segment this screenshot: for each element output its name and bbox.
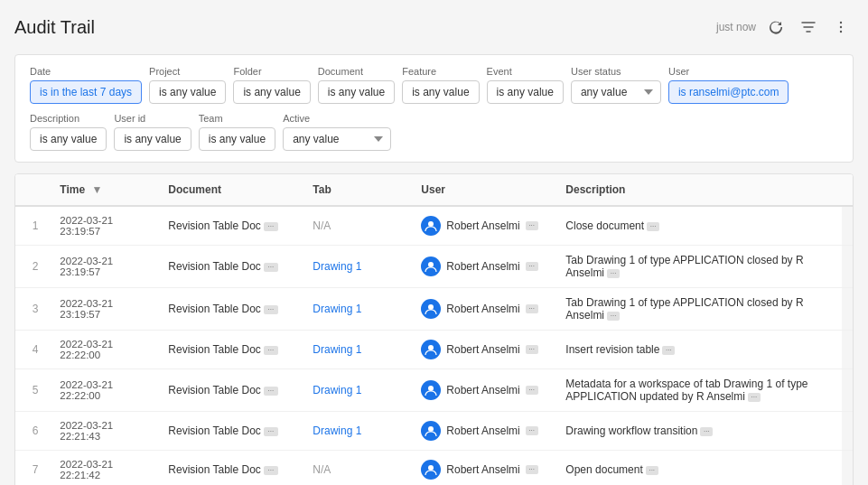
cell-row-num: 4 [15, 331, 49, 369]
svg-point-6 [428, 345, 434, 350]
filter-chip-user-id[interactable]: is any value [114, 127, 191, 151]
more-options-button[interactable] [828, 14, 854, 40]
scrollbar-spacer [842, 206, 853, 246]
filter-chip-description[interactable]: is any value [30, 127, 107, 151]
cell-time: 2022-03-21 22:21:42 [49, 451, 157, 486]
table-row: 22022-03-21 23:19:57Revision Table Doc··… [15, 246, 853, 288]
refresh-button[interactable] [763, 14, 789, 40]
cell-document: Revision Table Doc··· [157, 206, 302, 246]
filter-group-event: Event is any value [487, 66, 564, 104]
filter-row-2: Description is any value User id is any … [30, 113, 838, 151]
audit-table: Time ▼ Document Tab User Description 120… [15, 174, 853, 485]
cell-document: Revision Table Doc··· [157, 369, 302, 412]
cell-tab[interactable]: Drawing 1 [302, 369, 410, 412]
svg-point-3 [428, 221, 434, 227]
page-title: Audit Trail [14, 17, 716, 38]
filter-chip-folder[interactable]: is any value [233, 80, 310, 104]
cell-user: Robert Anselmi ··· [410, 246, 555, 288]
cell-time: 2022-03-21 23:19:57 [49, 246, 157, 288]
filter-chip-project[interactable]: is any value [149, 80, 226, 104]
table-row: 32022-03-21 23:19:57Revision Table Doc··… [15, 288, 853, 331]
table-row: 52022-03-21 22:22:00Revision Table Doc··… [15, 369, 853, 412]
cell-row-num: 6 [15, 412, 49, 451]
cell-tab[interactable]: Drawing 1 [302, 288, 410, 331]
scrollbar-col [842, 174, 853, 206]
filter-chip-event[interactable]: is any value [487, 80, 564, 104]
scrollbar-spacer [842, 412, 853, 451]
col-header-document: Document [157, 174, 302, 206]
cell-user: Robert Anselmi ··· [410, 206, 555, 246]
filter-chip-team[interactable]: is any value [199, 127, 275, 151]
avatar [421, 340, 441, 359]
cell-user: Robert Anselmi ··· [410, 331, 555, 369]
col-header-tab: Tab [302, 174, 410, 206]
table-row: 42022-03-21 22:22:00Revision Table Doc··… [15, 331, 853, 369]
cell-document: Revision Table Doc··· [157, 246, 302, 288]
scrollbar-spacer [842, 288, 853, 331]
user-name: Robert Anselmi [446, 303, 519, 315]
user-name: Robert Anselmi [446, 384, 519, 396]
filters-section: Date is in the last 7 days Project is an… [14, 54, 854, 163]
cell-tab[interactable]: Drawing 1 [302, 246, 410, 288]
filter-chip-document[interactable]: is any value [318, 80, 395, 104]
table-row: 12022-03-21 23:19:57Revision Table Doc··… [15, 206, 853, 246]
filter-chip-user[interactable]: is ranselmi@ptc.com [668, 80, 789, 104]
avatar [421, 256, 441, 276]
filter-label-description: Description [30, 113, 107, 124]
col-header-description: Description [555, 174, 842, 206]
cell-tab: N/A [302, 451, 410, 486]
cell-row-num: 7 [15, 451, 49, 486]
svg-point-1 [840, 26, 842, 28]
cell-row-num: 3 [15, 288, 49, 331]
cell-time: 2022-03-21 22:22:00 [49, 331, 157, 369]
table-row: 72022-03-21 22:21:42Revision Table Doc··… [15, 451, 853, 486]
filter-chip-feature[interactable]: is any value [402, 80, 479, 104]
filter-label-team: Team [199, 113, 275, 124]
page-header: Audit Trail just now [14, 14, 854, 40]
audit-table-container: Time ▼ Document Tab User Description 120… [14, 173, 854, 485]
filter-label-folder: Folder [233, 66, 310, 77]
col-header-user: User [410, 174, 555, 206]
cell-tab[interactable]: Drawing 1 [302, 412, 410, 451]
filter-group-user-status: User status any value active inactive [571, 66, 661, 104]
filter-label-project: Project [149, 66, 226, 77]
cell-description: Metadata for a workspace of tab Drawing … [555, 369, 842, 412]
avatar [421, 460, 441, 480]
svg-point-8 [428, 426, 434, 432]
cell-document: Revision Table Doc··· [157, 412, 302, 451]
cell-tab: N/A [302, 206, 410, 246]
filter-group-team: Team is any value [199, 113, 275, 151]
filter-select-active[interactable]: any value true false [283, 127, 391, 151]
filter-group-date: Date is in the last 7 days [30, 66, 142, 104]
filter-group-description: Description is any value [30, 113, 107, 151]
filter-label-event: Event [487, 66, 564, 77]
cell-user: Robert Anselmi ··· [410, 412, 555, 451]
col-header-time[interactable]: Time ▼ [49, 174, 157, 206]
user-badge: ··· [526, 426, 538, 435]
filter-row-1: Date is in the last 7 days Project is an… [30, 66, 838, 104]
user-badge: ··· [526, 304, 538, 313]
filter-chip-date[interactable]: is in the last 7 days [30, 80, 142, 104]
cell-document: Revision Table Doc··· [157, 451, 302, 486]
svg-point-2 [840, 31, 842, 33]
filter-button[interactable] [796, 14, 821, 40]
filter-label-user-id: User id [114, 113, 191, 124]
user-name: Robert Anselmi [446, 343, 519, 356]
user-name: Robert Anselmi [446, 219, 519, 232]
avatar [421, 216, 441, 236]
cell-row-num: 1 [15, 206, 49, 246]
cell-description: Close document··· [555, 206, 842, 246]
header-actions: just now [716, 14, 854, 40]
svg-point-5 [428, 304, 434, 310]
table-row: 62022-03-21 22:21:43Revision Table Doc··… [15, 412, 853, 451]
filter-select-user-status[interactable]: any value active inactive [571, 80, 661, 104]
page-container: Audit Trail just now [0, 0, 868, 485]
cell-description: Drawing workflow transition··· [555, 412, 842, 451]
filter-group-feature: Feature is any value [402, 66, 479, 104]
cell-tab[interactable]: Drawing 1 [302, 331, 410, 369]
avatar [421, 380, 441, 400]
scrollbar-spacer [842, 331, 853, 369]
cell-row-num: 5 [15, 369, 49, 412]
user-name: Robert Anselmi [446, 424, 519, 437]
table-header-row: Time ▼ Document Tab User Description [15, 174, 853, 206]
